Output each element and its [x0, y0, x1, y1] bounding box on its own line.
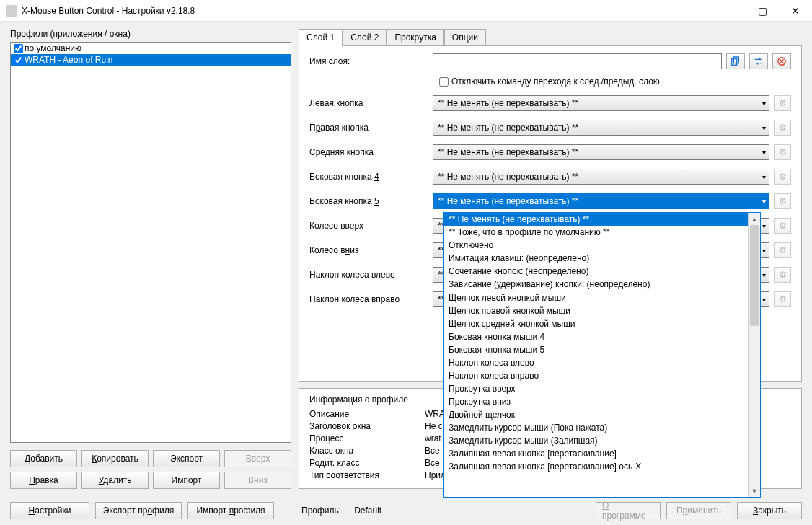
dropdown-option[interactable]: ** Не менять (не перехватывать) ** — [444, 213, 748, 226]
dropdown-option[interactable]: Имитация клавиш: (неопределено) — [444, 252, 748, 265]
wheel_down-gear-button: ⚙ — [774, 242, 791, 258]
dropdown-option[interactable]: Щелчок левой кнопкой мыши — [444, 291, 748, 304]
side5-gear-button: ⚙ — [774, 193, 791, 209]
apply-button: Применить — [666, 502, 731, 519]
middle-combo[interactable]: ** Не менять (не перехватывать) ** — [433, 144, 769, 160]
dropdown-option[interactable]: Залипшая левая кнопка [перетаскивание] — [444, 447, 748, 460]
import-button[interactable]: Импорт — [153, 472, 220, 489]
dropdown-option[interactable]: Наклон колеса влево — [444, 356, 748, 369]
profile-row[interactable]: по умолчанию — [11, 43, 291, 54]
dropdown-option[interactable]: Замедлить курсор мыши (Залипшая) — [444, 434, 748, 447]
tilt_right-gear-button: ⚙ — [774, 291, 791, 307]
side5-label: Боковая кнопка 5 — [309, 196, 428, 206]
export-profile-button[interactable]: Экспорт профиля — [95, 502, 182, 519]
middle-label: Средняя кнопка — [309, 147, 428, 157]
side5-combo[interactable]: ** Не менять (не перехватывать) ** — [433, 193, 769, 209]
profiles-label: Профили (приложения / окна) — [10, 29, 291, 39]
settings-button[interactable]: Настройки — [10, 502, 89, 519]
copy-layer-button[interactable] — [726, 53, 745, 69]
dropdown-option[interactable]: ** Тоже, что в профиле по умолчанию ** — [444, 226, 748, 239]
middle-gear-button: ⚙ — [774, 144, 791, 160]
tab-options[interactable]: Опции — [444, 29, 486, 46]
window-title: X-Mouse Button Control - Настройки v2.18… — [22, 6, 712, 16]
right-label: Правая кнопка — [309, 123, 428, 133]
copy-icon — [731, 56, 741, 66]
left-gear-button: ⚙ — [774, 95, 791, 111]
app-icon — [6, 5, 17, 17]
dropdown-option[interactable]: Двойной щелчок — [444, 408, 748, 421]
clear-icon — [777, 56, 787, 66]
dropdown-option[interactable]: Боковая кнопка мыши 5 — [444, 343, 748, 356]
right-gear-button: ⚙ — [774, 120, 791, 136]
layer-name-label: Имя слоя: — [309, 56, 428, 66]
side5-dropdown[interactable]: ** Не менять (не перехватывать) **** Тож… — [443, 212, 761, 498]
svg-rect-0 — [732, 59, 737, 66]
profile-checkbox[interactable] — [14, 56, 23, 65]
footer-profile-value: Default — [354, 506, 381, 516]
dropdown-option[interactable]: Наклон колеса вправо — [444, 369, 748, 382]
about-button: О программе — [596, 502, 661, 519]
profile-checkbox[interactable] — [14, 44, 23, 53]
scroll-thumb[interactable] — [750, 225, 759, 326]
tab-scroll[interactable]: Прокрутка — [387, 29, 443, 46]
scroll-up-arrow[interactable]: ▲ — [749, 213, 760, 225]
svg-rect-1 — [733, 57, 738, 63]
wheel_up-gear-button: ⚙ — [774, 218, 791, 234]
down-button: Вниз — [224, 472, 291, 489]
swap-layer-button[interactable] — [749, 53, 768, 69]
side4-combo[interactable]: ** Не менять (не перехватывать) ** — [433, 169, 769, 185]
profile-row[interactable]: WRATH - Aeon of Ruin — [11, 54, 291, 66]
dropdown-option[interactable]: Отключено — [444, 239, 748, 252]
add-button[interactable]: Добавить — [10, 450, 77, 467]
left-label: Левая кнопка — [309, 98, 428, 108]
up-button: Вверх — [224, 450, 291, 467]
wheel_down-label: Колесо вниз — [309, 245, 428, 255]
dropdown-option[interactable]: Сочетание кнопок: (неопределено) — [444, 265, 748, 278]
dropdown-option[interactable]: Боковая кнопка мыши 4 — [444, 330, 748, 343]
footer-profile-label: Профиль: — [301, 506, 341, 516]
import-profile-button[interactable]: Импорт профиля — [187, 502, 274, 519]
side4-gear-button: ⚙ — [774, 169, 791, 185]
tab-layer1[interactable]: Слой 1 — [299, 29, 343, 46]
left-combo[interactable]: ** Не менять (не перехватывать) ** — [433, 95, 769, 111]
dropdown-option[interactable]: Зависание (удерживание) кнопки: (неопред… — [444, 278, 748, 291]
delete-button[interactable]: Удалить — [81, 472, 149, 489]
close-dialog-button[interactable]: Закрыть — [737, 502, 802, 519]
tilt_left-gear-button: ⚙ — [774, 267, 791, 283]
minimize-button[interactable]: — — [712, 0, 746, 22]
tilt_left-label: Наклон колеса влево — [309, 270, 428, 280]
close-button[interactable]: ✕ — [779, 0, 812, 22]
wheel_up-label: Колесо вверх — [309, 221, 428, 231]
dropdown-option[interactable]: Прокрутка вверх — [444, 382, 748, 395]
titlebar: X-Mouse Button Control - Настройки v2.18… — [0, 0, 812, 22]
disable-switch-checkbox[interactable] — [439, 77, 449, 87]
edit-button[interactable]: Правка — [10, 472, 77, 489]
dropdown-option[interactable]: Прокрутка вниз — [444, 395, 748, 408]
dropdown-option[interactable]: Замедлить курсор мыши (Пока нажата) — [444, 421, 748, 434]
maximize-button[interactable]: ▢ — [746, 0, 779, 22]
tab-layer2[interactable]: Слой 2 — [343, 29, 387, 46]
side4-label: Боковая кнопка 4 — [309, 172, 428, 182]
swap-icon — [754, 56, 764, 66]
dropdown-option[interactable]: Щелчок средней кнопкой мыши — [444, 317, 748, 330]
profile-name: по умолчанию — [25, 43, 81, 53]
export-button[interactable]: Экспорт — [153, 450, 220, 467]
profile-name: WRATH - Aeon of Ruin — [25, 55, 112, 65]
dropdown-scrollbar[interactable]: ▲ ▼ — [748, 213, 760, 497]
dropdown-option[interactable]: Залипшая левая кнопка [перетаскивание] о… — [444, 460, 748, 473]
right-combo[interactable]: ** Не менять (не перехватывать) ** — [433, 120, 769, 136]
profile-list[interactable]: по умолчаниюWRATH - Aeon of Ruin — [10, 42, 291, 443]
layer-name-input[interactable] — [433, 53, 722, 69]
clear-layer-button[interactable] — [772, 53, 791, 69]
dropdown-option[interactable]: Щелчок правой кнопкой мыши — [444, 304, 748, 317]
tilt_right-label: Наклон колеса вправо — [309, 294, 428, 304]
copy-button[interactable]: Копировать — [81, 450, 149, 467]
scroll-down-arrow[interactable]: ▼ — [749, 485, 760, 497]
disable-switch-label: Отключить команду перехода к след./преды… — [451, 76, 660, 87]
tabs: Слой 1 Слой 2 Прокрутка Опции — [299, 29, 802, 46]
